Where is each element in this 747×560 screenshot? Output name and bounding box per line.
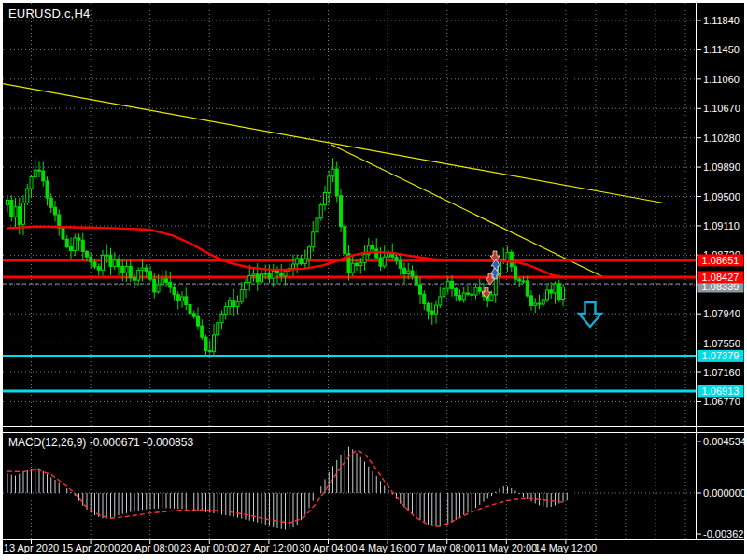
candle-body xyxy=(224,307,227,315)
candle-body xyxy=(129,266,132,277)
candle-body xyxy=(451,281,454,288)
price-axis-label: 1.07160 xyxy=(703,367,740,378)
candle-body xyxy=(113,260,116,267)
candle-body xyxy=(264,273,267,274)
candle-body xyxy=(284,271,287,276)
candle-body xyxy=(18,207,21,225)
price-badge: 1.08651 xyxy=(698,254,744,266)
time-axis-label: 4 May 16:00 xyxy=(359,542,416,553)
candle-body xyxy=(245,283,247,290)
candle-body xyxy=(415,276,417,285)
candle-body xyxy=(38,170,41,171)
candle-body xyxy=(70,247,73,251)
candle-body xyxy=(268,273,271,278)
candle-body xyxy=(197,316,200,326)
candle-body xyxy=(149,272,152,279)
candle-body xyxy=(272,271,275,278)
candle-body xyxy=(109,255,112,266)
candle-body xyxy=(423,294,426,303)
candle-body xyxy=(74,238,77,251)
candle-body xyxy=(176,295,179,301)
candle-body xyxy=(335,169,338,196)
candle-body xyxy=(256,274,259,282)
chart-window: EURUSD.c,H4 MACD(12,26,9) -0.000671 -0.0… xyxy=(0,0,747,560)
price-axis-label: 1.09500 xyxy=(703,191,740,203)
chart-canvas[interactable]: 1.118401.114501.110601.106701.102801.098… xyxy=(0,0,747,560)
price-axis-label: 1.11450 xyxy=(703,44,740,55)
candle xyxy=(344,224,346,258)
candle-body xyxy=(506,252,509,261)
candle-body xyxy=(403,268,406,273)
main-chart-panel[interactable] xyxy=(3,3,696,426)
candle-body xyxy=(213,335,216,352)
candle-body xyxy=(217,323,219,335)
macd-axis-label: -0.003629 xyxy=(703,528,747,539)
candle-body xyxy=(411,271,414,276)
candle-body xyxy=(192,314,195,316)
candle-body xyxy=(526,281,529,296)
candle-body xyxy=(106,255,108,256)
candle-body xyxy=(542,300,544,304)
candle-body xyxy=(240,290,243,302)
candle-body xyxy=(395,257,398,261)
candle-body xyxy=(546,290,549,300)
candle-body xyxy=(419,285,422,294)
candle-body xyxy=(478,287,481,291)
candle-body xyxy=(462,293,465,300)
candle-body xyxy=(42,171,45,181)
candle-body xyxy=(319,205,322,218)
candle-body xyxy=(90,257,92,262)
candle-body xyxy=(372,245,374,249)
price-badge-label: 1.08651 xyxy=(702,255,740,266)
candle-body xyxy=(261,274,263,282)
candle-body xyxy=(93,262,96,267)
candle-body xyxy=(562,287,565,300)
candle-body xyxy=(359,262,362,265)
candle-body xyxy=(446,281,449,288)
candle-body xyxy=(78,238,80,240)
price-badge: 1.08427 xyxy=(698,271,744,283)
candle-body xyxy=(181,297,184,301)
candle-body xyxy=(430,311,433,314)
candle-body xyxy=(30,177,33,189)
candle-body xyxy=(534,303,537,305)
candle-body xyxy=(81,240,84,251)
macd-axis-label: 0.004534 xyxy=(703,436,746,447)
candle-body xyxy=(173,287,176,295)
candle-body xyxy=(379,258,382,266)
candle-body xyxy=(328,176,331,193)
price-badge: 1.07379 xyxy=(698,350,744,362)
candle-body xyxy=(10,201,13,217)
candle-body xyxy=(189,304,191,313)
candle-body xyxy=(54,207,57,215)
candle-body xyxy=(407,271,410,273)
time-axis-label: 20 Apr 08:00 xyxy=(121,542,179,553)
candle-body xyxy=(550,290,553,293)
candle-body xyxy=(62,228,64,239)
candle-body xyxy=(65,239,68,246)
time-axis-label: 14 May 12:00 xyxy=(535,542,598,553)
candle-body xyxy=(236,301,239,306)
candle-body xyxy=(145,268,148,272)
candle-body xyxy=(229,301,232,307)
candle-body xyxy=(458,296,461,300)
price-axis-label: 1.09110 xyxy=(703,220,740,231)
candle-body xyxy=(34,170,36,176)
candle-body xyxy=(455,288,458,295)
candle-body xyxy=(303,259,306,263)
candle-body xyxy=(530,296,533,305)
chart-symbol-label: EURUSD.c,H4 xyxy=(8,7,90,21)
candle-body xyxy=(538,303,541,304)
candle-body xyxy=(340,196,343,227)
candle-body xyxy=(435,305,438,314)
candle-body xyxy=(185,297,188,305)
candle-body xyxy=(439,297,442,305)
candle-body xyxy=(474,287,477,295)
candle-body xyxy=(363,254,366,262)
price-axis-label: 1.07940 xyxy=(703,308,740,319)
candle-body xyxy=(443,288,445,297)
candle-body xyxy=(344,227,346,254)
candle-body xyxy=(134,278,136,280)
candle-body xyxy=(46,181,49,198)
candle-body xyxy=(280,273,283,276)
